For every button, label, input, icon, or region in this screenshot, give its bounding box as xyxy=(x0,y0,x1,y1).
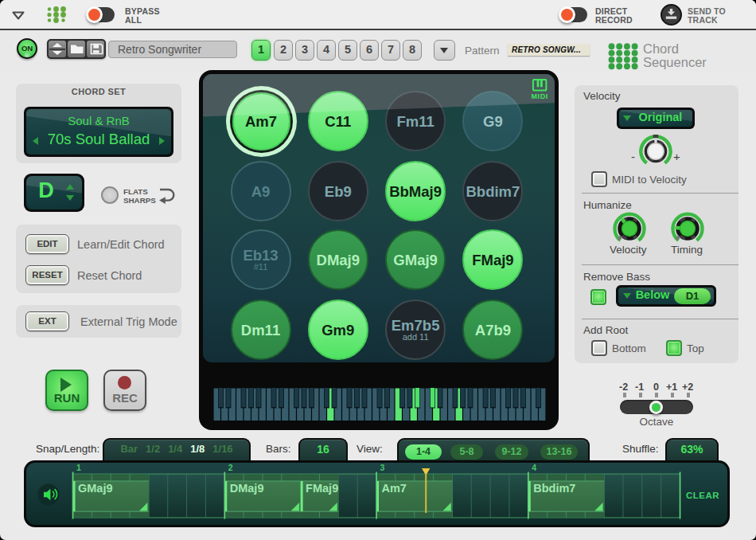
svg-text:Bbdim7: Bbdim7 xyxy=(533,482,575,495)
svg-text:4: 4 xyxy=(532,463,536,472)
svg-text:1: 1 xyxy=(76,463,81,472)
svg-text:Am7: Am7 xyxy=(382,482,407,495)
svg-text:GMaj9: GMaj9 xyxy=(78,482,113,495)
svg-text:FMaj9: FMaj9 xyxy=(306,482,338,495)
svg-text:MIDI: MIDI xyxy=(531,92,548,100)
svg-text:2: 2 xyxy=(228,463,233,472)
svg-text:DMaj9: DMaj9 xyxy=(230,482,264,495)
svg-text:3: 3 xyxy=(380,463,385,472)
